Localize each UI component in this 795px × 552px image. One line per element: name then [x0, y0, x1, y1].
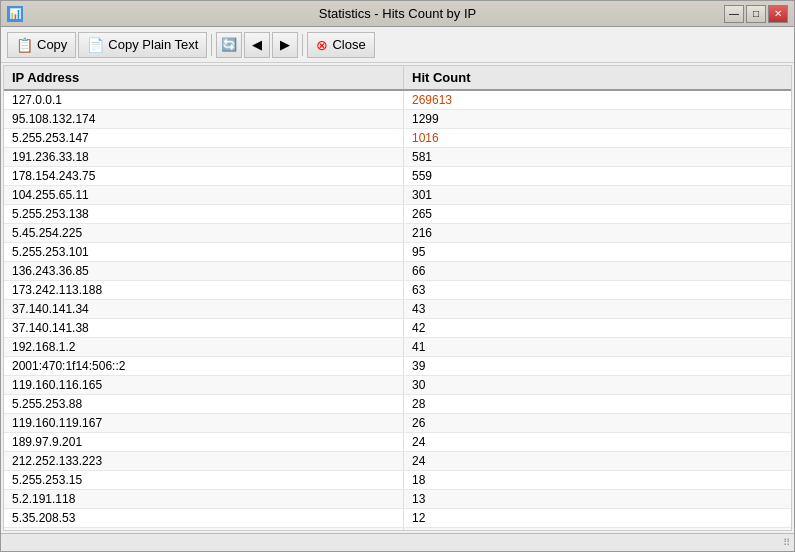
cell-count: 1016	[404, 129, 791, 147]
refresh-icon: 🔄	[221, 37, 237, 52]
cell-count: 265	[404, 205, 791, 223]
table-row[interactable]: 173.242.113.18863	[4, 281, 791, 300]
cell-ip: 5.255.253.88	[4, 395, 404, 413]
title-controls: — □ ✕	[724, 5, 788, 23]
cell-count: 42	[404, 319, 791, 337]
nav-refresh-button[interactable]: 🔄	[216, 32, 242, 58]
next-icon: ▶	[280, 37, 290, 52]
table-row[interactable]: 212.252.133.22324	[4, 452, 791, 471]
cell-count: 39	[404, 357, 791, 375]
cell-count: 13	[404, 490, 791, 508]
cell-ip: 2001:470:1f14:506::2	[4, 357, 404, 375]
copy-plain-label: Copy Plain Text	[108, 37, 198, 52]
cell-count: 216	[404, 224, 791, 242]
cell-ip: 5.255.253.138	[4, 205, 404, 223]
table-row[interactable]: 5.45.254.225216	[4, 224, 791, 243]
main-window: 📊 Statistics - Hits Count by IP — □ ✕ 📋 …	[0, 0, 795, 552]
title-bar: 📊 Statistics - Hits Count by IP — □ ✕	[1, 1, 794, 27]
col-header-count: Hit Count	[404, 66, 791, 89]
table-row[interactable]: 5.255.253.138265	[4, 205, 791, 224]
cell-count: 581	[404, 148, 791, 166]
cell-ip: 37.140.141.34	[4, 300, 404, 318]
cell-count: 63	[404, 281, 791, 299]
cell-ip: 37.140.141.38	[4, 319, 404, 337]
copy-button[interactable]: 📋 Copy	[7, 32, 76, 58]
table-row[interactable]: 136.243.36.8566	[4, 262, 791, 281]
data-table: IP Address Hit Count 127.0.0.126961395.1…	[3, 65, 792, 531]
cell-ip: 192.168.1.2	[4, 338, 404, 356]
toolbar-separator-2	[302, 34, 303, 56]
table-row[interactable]: 178.154.243.75559	[4, 167, 791, 186]
table-row[interactable]: 95.108.132.1741299	[4, 110, 791, 129]
copy-plain-button[interactable]: 📄 Copy Plain Text	[78, 32, 207, 58]
cell-ip: 189.97.9.201	[4, 433, 404, 451]
table-row[interactable]: 192.168.1.241	[4, 338, 791, 357]
window-title: Statistics - Hits Count by IP	[319, 6, 477, 21]
cell-ip: 119.160.116.165	[4, 376, 404, 394]
close-label: Close	[332, 37, 365, 52]
cell-count: 269613	[404, 91, 791, 109]
cell-ip: 119.160.119.167	[4, 414, 404, 432]
cell-ip: 5.45.254.225	[4, 224, 404, 242]
cell-ip: 5.255.253.147	[4, 129, 404, 147]
table-row[interactable]: 127.0.0.1269613	[4, 91, 791, 110]
prev-icon: ◀	[252, 37, 262, 52]
cell-count: 43	[404, 300, 791, 318]
title-bar-left: 📊	[7, 6, 23, 22]
cell-count: 24	[404, 452, 791, 470]
cell-ip: 5.35.208.53	[4, 509, 404, 527]
content-area: IP Address Hit Count 127.0.0.126961395.1…	[1, 63, 794, 533]
status-bar: ⠿	[1, 533, 794, 551]
cell-count: 24	[404, 433, 791, 451]
cell-count: 26	[404, 414, 791, 432]
table-row[interactable]: 37.140.141.3443	[4, 300, 791, 319]
copy-plain-icon: 📄	[87, 37, 104, 53]
cell-ip: 95.108.132.174	[4, 110, 404, 128]
table-row[interactable]: 5.255.253.1471016	[4, 129, 791, 148]
copy-label: Copy	[37, 37, 67, 52]
cell-ip: 127.0.0.1	[4, 91, 404, 109]
nav-next-button[interactable]: ▶	[272, 32, 298, 58]
cell-count: 66	[404, 262, 791, 280]
cell-count: 18	[404, 471, 791, 489]
table-row[interactable]: 191.236.33.18581	[4, 148, 791, 167]
cell-ip: 5.255.253.15	[4, 471, 404, 489]
copy-icon: 📋	[16, 37, 33, 53]
minimize-button[interactable]: —	[724, 5, 744, 23]
table-row[interactable]: 5.35.208.5312	[4, 509, 791, 528]
toolbar-separator-1	[211, 34, 212, 56]
cell-ip: 191.236.33.18	[4, 148, 404, 166]
cell-ip: 212.252.133.223	[4, 452, 404, 470]
maximize-button[interactable]: □	[746, 5, 766, 23]
cell-ip: 104.255.65.11	[4, 186, 404, 204]
table-body[interactable]: 127.0.0.126961395.108.132.17412995.255.2…	[4, 91, 791, 530]
nav-prev-button[interactable]: ◀	[244, 32, 270, 58]
cell-ip: 157.55.39.109	[4, 528, 404, 530]
table-row[interactable]: 157.55.39.10910	[4, 528, 791, 530]
cell-ip: 5.255.253.101	[4, 243, 404, 261]
table-row[interactable]: 2001:470:1f14:506::239	[4, 357, 791, 376]
cell-ip: 5.2.191.118	[4, 490, 404, 508]
close-button[interactable]: ⊗ Close	[307, 32, 374, 58]
table-row[interactable]: 119.160.119.16726	[4, 414, 791, 433]
table-row[interactable]: 37.140.141.3842	[4, 319, 791, 338]
table-row[interactable]: 104.255.65.11301	[4, 186, 791, 205]
close-icon: ⊗	[316, 37, 328, 53]
table-row[interactable]: 5.255.253.10195	[4, 243, 791, 262]
table-row[interactable]: 5.2.191.11813	[4, 490, 791, 509]
table-row[interactable]: 119.160.116.16530	[4, 376, 791, 395]
app-icon: 📊	[7, 6, 23, 22]
cell-ip: 173.242.113.188	[4, 281, 404, 299]
cell-ip: 178.154.243.75	[4, 167, 404, 185]
cell-count: 301	[404, 186, 791, 204]
cell-count: 1299	[404, 110, 791, 128]
table-row[interactable]: 5.255.253.1518	[4, 471, 791, 490]
resize-grip: ⠿	[783, 537, 790, 548]
cell-ip: 136.243.36.85	[4, 262, 404, 280]
cell-count: 41	[404, 338, 791, 356]
cell-count: 95	[404, 243, 791, 261]
cell-count: 12	[404, 509, 791, 527]
table-row[interactable]: 189.97.9.20124	[4, 433, 791, 452]
table-row[interactable]: 5.255.253.8828	[4, 395, 791, 414]
window-close-button[interactable]: ✕	[768, 5, 788, 23]
